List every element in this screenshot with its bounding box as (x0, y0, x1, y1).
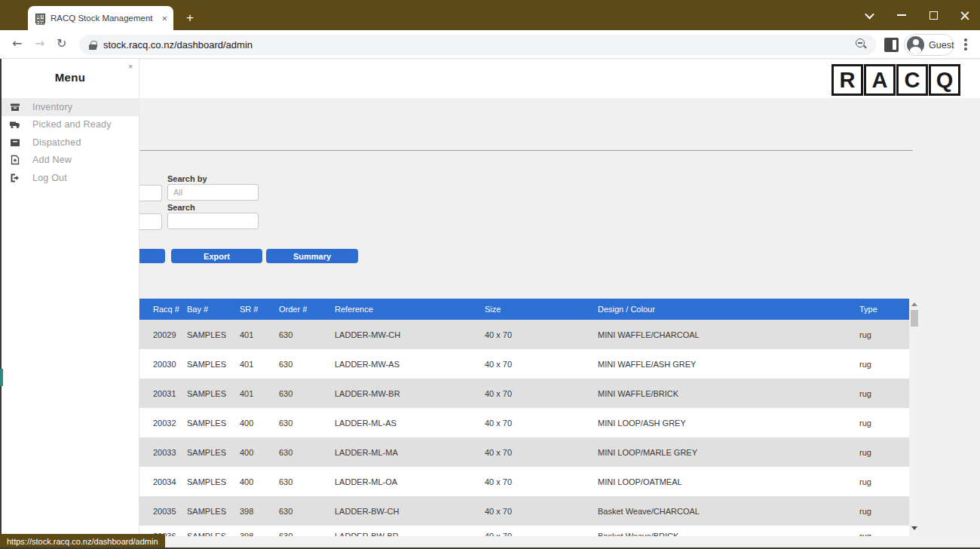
table-cell: SAMPLES (187, 389, 240, 398)
sidebar-item-log-out[interactable]: Log Out (2, 169, 139, 187)
table-cell: LADDER-ML-OA (335, 477, 485, 486)
column-header[interactable]: Size (485, 305, 598, 314)
tab-title: RACQ Stock Management (51, 14, 155, 23)
scroll-up-icon[interactable] (911, 302, 917, 306)
search-input[interactable] (167, 213, 259, 229)
table-cell: 630 (279, 419, 335, 428)
table-cell: LADDER-MW-BR (335, 389, 485, 398)
table-cell: SAMPLES (187, 477, 240, 486)
table-cell: 40 x 70 (485, 477, 598, 486)
sidebar-item-label: Dispatched (32, 137, 81, 148)
sidebar-item-label: Inventory (32, 102, 72, 112)
table-cell: rug (859, 360, 909, 369)
scrollbar-thumb[interactable] (911, 310, 918, 327)
browser-tab[interactable]: RACQ RACQ Stock Management × (28, 6, 173, 30)
file-plus-icon (9, 154, 21, 166)
stock-table: Racq #Bay #SR #Order #ReferenceSizeDesig… (30, 299, 909, 526)
table-row[interactable]: 20029SAMPLES401630LADDER-MW-CH40 x 70MIN… (30, 320, 909, 349)
logo-letter-box: Q (929, 64, 960, 96)
table-row[interactable]: 20032SAMPLES400630LADDER-ML-AS40 x 70MIN… (30, 408, 909, 437)
browser-window: RACQ RACQ Stock Management × + × ← → ↻ s… (0, 0, 980, 549)
table-scrollbar[interactable] (909, 299, 920, 536)
truck-icon (9, 118, 21, 130)
zoom-out-icon[interactable] (856, 38, 868, 51)
window-menu-chevron-icon[interactable] (853, 0, 886, 30)
side-panel-icon[interactable] (884, 38, 899, 52)
table-cell: 630 (279, 448, 335, 457)
search-by-label: Search by (167, 174, 207, 183)
summary-button[interactable]: Summary (266, 249, 358, 263)
table-cell: 40 x 70 (485, 360, 598, 369)
search-label: Search (167, 203, 195, 212)
menu-close-icon[interactable]: × (128, 63, 133, 71)
table-cell: MINI WAFFLE/CHARCOAL (598, 330, 859, 339)
table-cell: LADDER-ML-MA (335, 448, 485, 457)
table-row[interactable]: 20035SAMPLES398630LADDER-BW-CH40 x 70Bas… (30, 496, 909, 526)
address-bar[interactable]: stock.racq.co.nz/dashboard/admin (79, 35, 876, 55)
table-body: 20029SAMPLES401630LADDER-MW-CH40 x 70MIN… (30, 320, 909, 526)
sidebar-item-label: Picked and Ready (32, 119, 112, 130)
table-cell: SAMPLES (187, 419, 240, 428)
sidebar-item-label: Add New (32, 155, 72, 165)
table-row[interactable]: 20033SAMPLES400630LADDER-ML-MA40 x 70MIN… (30, 437, 909, 467)
table-cell: rug (859, 330, 909, 339)
url-text[interactable]: stock.racq.co.nz/dashboard/admin (103, 39, 253, 51)
table-cell: rug (859, 389, 909, 398)
logo-letter-box: A (864, 64, 896, 96)
sidebar-item-dispatched[interactable]: Dispatched (2, 133, 139, 152)
back-icon[interactable]: ← (12, 36, 22, 51)
table-cell: 400 (240, 477, 279, 486)
column-header[interactable]: SR # (240, 305, 279, 314)
table-cell: Basket Weave/CHARCOAL (598, 507, 859, 516)
menu-title: Menu (2, 59, 139, 84)
table-cell: LADDER-MW-AS (335, 360, 485, 369)
lock-icon[interactable] (89, 41, 96, 50)
table-cell: MINI LOOP/OATMEAL (598, 477, 859, 486)
search-by-select[interactable] (167, 184, 259, 201)
table-cell: 40 x 70 (485, 330, 598, 339)
table-cell: LADDER-BW-CH (335, 507, 485, 516)
column-header[interactable]: Type (859, 305, 909, 314)
table-row[interactable]: 20030SAMPLES401630LADDER-MW-AS40 x 70MIN… (30, 349, 909, 379)
column-header[interactable]: Bay # (187, 305, 240, 314)
reload-icon[interactable]: ↻ (57, 36, 66, 51)
window-close-button[interactable]: × (948, 0, 980, 30)
sidebar-item-picked-and-ready[interactable]: Picked and Ready (2, 116, 139, 134)
window-edge-accent (0, 369, 3, 386)
export-button[interactable]: Export (171, 249, 262, 263)
profile-chip[interactable]: Guest (904, 34, 954, 56)
table-cell: 20029 (153, 330, 187, 339)
column-header[interactable]: Reference (335, 305, 485, 314)
sidebar-item-inventory[interactable]: Inventory (2, 98, 139, 116)
new-tab-button[interactable]: + (181, 9, 199, 27)
table-cell: 630 (279, 507, 335, 516)
table-cell: 20030 (153, 360, 187, 369)
profile-label: Guest (929, 40, 954, 51)
window-left-edge (0, 59, 2, 549)
window-minimize-button[interactable] (885, 0, 918, 30)
browser-menu-kebab-icon[interactable] (964, 38, 967, 52)
column-header[interactable]: Order # (279, 305, 335, 314)
table-cell: SAMPLES (187, 448, 240, 457)
window-maximize-button[interactable] (917, 0, 950, 30)
table-cell: 630 (279, 477, 335, 486)
tab-close-icon[interactable]: × (161, 14, 167, 23)
table-cell: 630 (279, 330, 335, 339)
table-row[interactable]: 20031SAMPLES401630LADDER-MW-BR40 x 70MIN… (30, 379, 909, 408)
table-cell: 401 (240, 330, 279, 339)
sidebar-menu: × Menu InventoryPicked and ReadyDispatch… (2, 59, 139, 536)
titlebar: RACQ RACQ Stock Management × + × (0, 0, 980, 30)
column-header[interactable]: Design / Colour (598, 305, 859, 314)
table-cell: 401 (240, 389, 279, 398)
column-header[interactable]: Racq # (153, 305, 187, 314)
table-cell: 401 (240, 360, 279, 369)
table-cell: 40 x 70 (485, 389, 598, 398)
sidebar-item-add-new[interactable]: Add New (2, 152, 139, 170)
table-cell: 20032 (153, 419, 187, 428)
scroll-down-icon[interactable] (911, 526, 917, 530)
table-row[interactable]: 20034SAMPLES400630LADDER-ML-OA40 x 70MIN… (30, 467, 909, 496)
forward-icon: → (35, 36, 44, 51)
racq-logo: RACQ (831, 64, 960, 96)
dispatched-box-icon (9, 136, 21, 149)
table-cell: MINI LOOP/ASH GREY (598, 419, 859, 428)
